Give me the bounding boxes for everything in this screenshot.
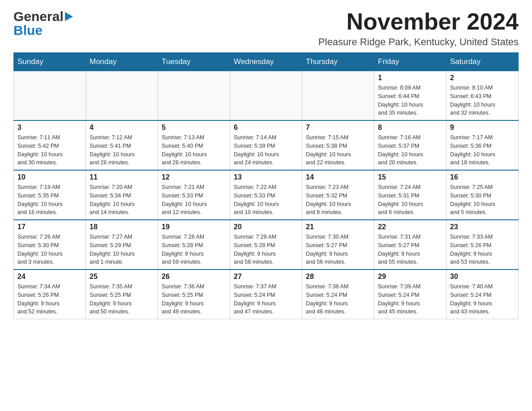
day-info: Sunrise: 7:36 AMSunset: 5:25 PMDaylight:…: [162, 283, 226, 316]
day-number: 13: [234, 173, 298, 181]
day-info: Sunrise: 8:10 AMSunset: 6:43 PMDaylight:…: [450, 84, 515, 117]
calendar-header-row: Sunday Monday Tuesday Wednesday Thursday…: [14, 53, 519, 71]
calendar-cell: 9Sunrise: 7:17 AMSunset: 5:36 PMDaylight…: [446, 120, 519, 170]
day-info: Sunrise: 7:35 AMSunset: 5:25 PMDaylight:…: [90, 283, 154, 316]
day-number: 16: [450, 173, 515, 181]
calendar-cell: 20Sunrise: 7:29 AMSunset: 5:28 PMDayligh…: [230, 220, 302, 270]
calendar-cell: 13Sunrise: 7:22 AMSunset: 5:33 PMDayligh…: [230, 170, 302, 220]
day-info: Sunrise: 7:22 AMSunset: 5:33 PMDaylight:…: [234, 183, 298, 217]
calendar-cell: 27Sunrise: 7:37 AMSunset: 5:24 PMDayligh…: [230, 270, 302, 319]
page-title: November 2024: [318, 9, 519, 34]
day-number: 22: [378, 223, 442, 231]
day-info: Sunrise: 7:14 AMSunset: 5:39 PMDaylight:…: [234, 133, 298, 167]
calendar-cell: [86, 71, 158, 121]
day-info: Sunrise: 7:19 AMSunset: 5:35 PMDaylight:…: [17, 183, 82, 217]
calendar-cell: 19Sunrise: 7:28 AMSunset: 5:28 PMDayligh…: [158, 220, 230, 270]
calendar-week-row: 24Sunrise: 7:34 AMSunset: 5:26 PMDayligh…: [14, 270, 519, 319]
day-number: 29: [378, 273, 442, 281]
weekday-thursday: Thursday: [302, 53, 374, 71]
weekday-monday: Monday: [86, 53, 158, 71]
day-info: Sunrise: 7:11 AMSunset: 5:42 PMDaylight:…: [17, 133, 82, 167]
calendar-cell: 29Sunrise: 7:39 AMSunset: 5:24 PMDayligh…: [374, 270, 446, 319]
calendar-week-row: 1Sunrise: 8:09 AMSunset: 6:44 PMDaylight…: [14, 71, 519, 121]
day-number: 11: [90, 173, 154, 181]
weekday-wednesday: Wednesday: [230, 53, 302, 71]
calendar-cell: 16Sunrise: 7:25 AMSunset: 5:30 PMDayligh…: [446, 170, 519, 220]
logo-arrow-icon: [65, 12, 73, 23]
calendar-cell: 3Sunrise: 7:11 AMSunset: 5:42 PMDaylight…: [14, 120, 86, 170]
calendar-cell: 15Sunrise: 7:24 AMSunset: 5:31 PMDayligh…: [374, 170, 446, 220]
day-number: 26: [162, 273, 226, 281]
day-info: Sunrise: 7:37 AMSunset: 5:24 PMDaylight:…: [234, 283, 298, 316]
calendar-week-row: 10Sunrise: 7:19 AMSunset: 5:35 PMDayligh…: [14, 170, 519, 220]
weekday-saturday: Saturday: [446, 53, 519, 71]
calendar-cell: [302, 71, 374, 121]
day-info: Sunrise: 7:20 AMSunset: 5:34 PMDaylight:…: [90, 183, 154, 217]
calendar-cell: 1Sunrise: 8:09 AMSunset: 6:44 PMDaylight…: [374, 71, 446, 121]
day-number: 19: [162, 223, 226, 231]
calendar-cell: 22Sunrise: 7:31 AMSunset: 5:27 PMDayligh…: [374, 220, 446, 270]
day-info: Sunrise: 7:30 AMSunset: 5:27 PMDaylight:…: [306, 233, 370, 266]
day-info: Sunrise: 7:26 AMSunset: 5:30 PMDaylight:…: [17, 233, 82, 266]
calendar-cell: 30Sunrise: 7:40 AMSunset: 5:24 PMDayligh…: [446, 270, 519, 319]
calendar-week-row: 3Sunrise: 7:11 AMSunset: 5:42 PMDaylight…: [14, 120, 519, 170]
day-info: Sunrise: 8:09 AMSunset: 6:44 PMDaylight:…: [378, 84, 442, 117]
day-info: Sunrise: 7:33 AMSunset: 5:26 PMDaylight:…: [450, 233, 515, 266]
day-info: Sunrise: 7:17 AMSunset: 5:36 PMDaylight:…: [450, 133, 515, 167]
svg-marker-0: [65, 12, 73, 21]
day-number: 30: [450, 273, 515, 281]
day-info: Sunrise: 7:12 AMSunset: 5:41 PMDaylight:…: [90, 133, 154, 167]
day-number: 12: [162, 173, 226, 181]
day-number: 6: [234, 124, 298, 132]
day-number: 1: [378, 74, 442, 82]
calendar-cell: 25Sunrise: 7:35 AMSunset: 5:25 PMDayligh…: [86, 270, 158, 319]
calendar-cell: 23Sunrise: 7:33 AMSunset: 5:26 PMDayligh…: [446, 220, 519, 270]
weekday-friday: Friday: [374, 53, 446, 71]
day-number: 2: [450, 74, 515, 82]
calendar-cell: 2Sunrise: 8:10 AMSunset: 6:43 PMDaylight…: [446, 71, 519, 121]
weekday-sunday: Sunday: [14, 53, 86, 71]
calendar-cell: [158, 71, 230, 121]
day-number: 8: [378, 124, 442, 132]
calendar-cell: 4Sunrise: 7:12 AMSunset: 5:41 PMDaylight…: [86, 120, 158, 170]
day-info: Sunrise: 7:31 AMSunset: 5:27 PMDaylight:…: [378, 233, 442, 266]
day-number: 23: [450, 223, 515, 231]
calendar-cell: 12Sunrise: 7:21 AMSunset: 5:33 PMDayligh…: [158, 170, 230, 220]
day-number: 20: [234, 223, 298, 231]
calendar-cell: 28Sunrise: 7:38 AMSunset: 5:24 PMDayligh…: [302, 270, 374, 319]
logo: General Blue: [13, 9, 73, 36]
day-info: Sunrise: 7:25 AMSunset: 5:30 PMDaylight:…: [450, 183, 515, 217]
calendar-week-row: 17Sunrise: 7:26 AMSunset: 5:30 PMDayligh…: [14, 220, 519, 270]
day-info: Sunrise: 7:16 AMSunset: 5:37 PMDaylight:…: [378, 133, 442, 167]
day-info: Sunrise: 7:27 AMSunset: 5:29 PMDaylight:…: [90, 233, 154, 266]
day-number: 28: [306, 273, 370, 281]
calendar-cell: 21Sunrise: 7:30 AMSunset: 5:27 PMDayligh…: [302, 220, 374, 270]
day-info: Sunrise: 7:23 AMSunset: 5:32 PMDaylight:…: [306, 183, 370, 217]
day-number: 17: [17, 223, 82, 231]
calendar-cell: 10Sunrise: 7:19 AMSunset: 5:35 PMDayligh…: [14, 170, 86, 220]
day-number: 10: [17, 173, 82, 181]
day-info: Sunrise: 7:29 AMSunset: 5:28 PMDaylight:…: [234, 233, 298, 266]
day-number: 5: [162, 124, 226, 132]
calendar-cell: [14, 71, 86, 121]
day-info: Sunrise: 7:13 AMSunset: 5:40 PMDaylight:…: [162, 133, 226, 167]
day-number: 21: [306, 223, 370, 231]
day-number: 18: [90, 223, 154, 231]
day-info: Sunrise: 7:38 AMSunset: 5:24 PMDaylight:…: [306, 283, 370, 316]
day-number: 3: [17, 124, 82, 132]
day-info: Sunrise: 7:40 AMSunset: 5:24 PMDaylight:…: [450, 283, 515, 316]
page-header: General Blue November 2024 Pleasure Ridg…: [13, 9, 519, 48]
logo-general: General: [13, 9, 64, 24]
day-number: 25: [90, 273, 154, 281]
calendar-cell: 6Sunrise: 7:14 AMSunset: 5:39 PMDaylight…: [230, 120, 302, 170]
day-number: 9: [450, 124, 515, 132]
day-number: 27: [234, 273, 298, 281]
day-info: Sunrise: 7:24 AMSunset: 5:31 PMDaylight:…: [378, 183, 442, 217]
day-number: 15: [378, 173, 442, 181]
calendar-cell: 14Sunrise: 7:23 AMSunset: 5:32 PMDayligh…: [302, 170, 374, 220]
day-info: Sunrise: 7:28 AMSunset: 5:28 PMDaylight:…: [162, 233, 226, 266]
calendar-cell: 7Sunrise: 7:15 AMSunset: 5:38 PMDaylight…: [302, 120, 374, 170]
weekday-tuesday: Tuesday: [158, 53, 230, 71]
calendar-cell: 8Sunrise: 7:16 AMSunset: 5:37 PMDaylight…: [374, 120, 446, 170]
page-subtitle: Pleasure Ridge Park, Kentucky, United St…: [318, 36, 519, 48]
